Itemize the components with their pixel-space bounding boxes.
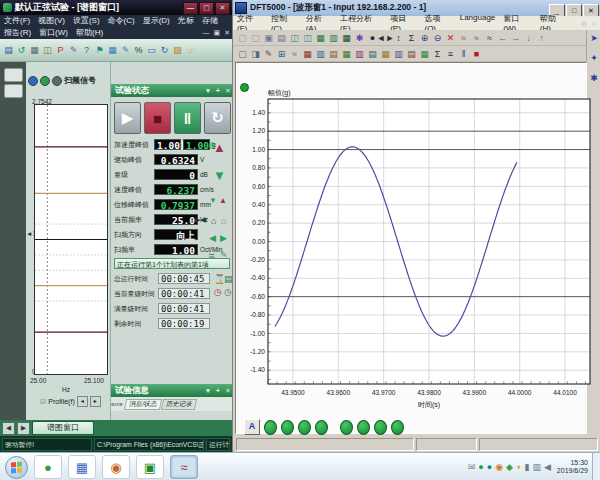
menu-file-row1-4[interactable]: 显示(D) xyxy=(139,15,174,27)
layout-grid-icon[interactable]: ⊞ xyxy=(275,47,288,61)
sum-icon[interactable]: Σ xyxy=(405,31,418,45)
lock-frequency-icon[interactable]: ⌂ xyxy=(221,216,226,226)
menu-file-row1-5[interactable]: 光标 xyxy=(174,15,198,27)
loop-button[interactable]: ↻ xyxy=(204,102,231,134)
mdi-minimize-button[interactable]: — xyxy=(201,29,212,36)
window-dot-blue-icon[interactable] xyxy=(28,76,38,86)
half-view-icon[interactable]: ◨ xyxy=(249,47,262,61)
tab-history[interactable]: 历史记录 xyxy=(161,399,197,410)
start-button[interactable]: ▶ xyxy=(114,102,141,134)
grid-2-icon[interactable]: ▦ xyxy=(418,47,431,61)
menu-file-row2-0[interactable]: 报告(R) xyxy=(0,27,35,39)
chart-3-icon[interactable]: ▦ xyxy=(379,47,392,61)
taskbar-clock[interactable]: 15:30 2019/6/29 xyxy=(557,459,588,475)
pan-hand-icon[interactable]: ☞ xyxy=(184,43,197,58)
expand-y-icon[interactable]: ↕ xyxy=(392,31,405,45)
home-frequency-icon[interactable]: ⌂ xyxy=(211,216,216,226)
mdi-restore-button[interactable]: ▣ xyxy=(579,20,590,27)
percent-icon[interactable]: % xyxy=(132,43,145,58)
mdi-close-button[interactable]: ✕ xyxy=(222,29,232,36)
minimize-button[interactable]: — xyxy=(183,2,198,15)
clock-red-icon[interactable]: ◷ xyxy=(214,287,222,297)
quad-view-icon[interactable]: ▦ xyxy=(340,31,353,45)
pause-acquisition-icon[interactable]: ‖ xyxy=(457,47,470,61)
signal-wave-icon[interactable]: ≈ xyxy=(288,47,301,61)
marker-tool-icon[interactable]: ✱ xyxy=(590,73,598,83)
delete-icon[interactable]: ✕ xyxy=(444,31,457,45)
chevron-down-icon[interactable]: ▼ xyxy=(203,84,213,97)
taskbar-app-orb[interactable]: ◉ xyxy=(102,455,130,479)
open-file-icon[interactable]: ▢ xyxy=(249,31,262,45)
annotate-icon[interactable]: ✎ xyxy=(119,43,132,58)
level-up-arrow-icon[interactable]: ▲ xyxy=(213,140,226,155)
list-icon[interactable]: ≡ xyxy=(444,47,457,61)
menu-file-row1-0[interactable]: 文件(F) xyxy=(0,15,34,27)
tab-scroll-left-button[interactable]: ◀ xyxy=(2,422,15,435)
waveform-3-icon[interactable]: ≈ xyxy=(483,31,496,45)
zoom-in-icon[interactable]: ⊕ xyxy=(418,31,431,45)
sweep-signal-chart[interactable] xyxy=(34,104,108,375)
sweep-forward-icon[interactable]: ▶ xyxy=(220,233,227,243)
menu-file-row1-2[interactable]: 设置(S) xyxy=(69,15,104,27)
stop-acquisition-icon[interactable]: ■ xyxy=(470,47,483,61)
vcs-titlebar[interactable]: 默认正弦试验 - [谱图窗口] —▢✕ xyxy=(0,0,232,15)
mdi-close-button[interactable]: ✕ xyxy=(589,20,599,27)
menu-file-row2-1[interactable]: 窗口(W) xyxy=(35,27,72,39)
sweep-hold-icon[interactable]: ▶◀ xyxy=(195,216,206,224)
chart-4-icon[interactable]: ▤ xyxy=(405,47,418,61)
table-3-icon[interactable]: ▥ xyxy=(392,47,405,61)
window-icon[interactable]: ▢ xyxy=(236,47,249,61)
bar-chart-icon[interactable]: ▦ xyxy=(340,47,353,61)
tab-spectrum-window[interactable]: 谱图窗口 xyxy=(32,421,94,435)
tray-battery-icon[interactable]: ▮ xyxy=(524,462,529,472)
pause-button[interactable]: ‖ xyxy=(174,102,201,134)
show-desktop-button[interactable] xyxy=(592,453,600,480)
clock-gray-icon[interactable]: ◷ xyxy=(224,287,232,297)
waveform-1-icon[interactable]: ≈ xyxy=(457,31,470,45)
maximize-button[interactable]: ▢ xyxy=(199,2,214,15)
forward-arrow-icon[interactable]: → xyxy=(509,31,522,45)
legend-prev-button[interactable]: ◂ xyxy=(77,396,88,407)
table-2-icon[interactable]: ▤ xyxy=(366,47,379,61)
chart-icon[interactable]: ▦ xyxy=(106,43,119,58)
docked-panel-tab-report[interactable] xyxy=(4,68,23,82)
sigma-icon[interactable]: Σ xyxy=(431,47,444,61)
snapshot-icon[interactable]: ▨ xyxy=(171,43,184,58)
sweep-back-icon[interactable]: ◀ xyxy=(209,233,216,243)
cursor-icon[interactable]: ✱ xyxy=(353,31,366,45)
print-icon[interactable]: ▦ xyxy=(28,43,41,58)
copy-icon[interactable]: ◫ xyxy=(288,31,301,45)
taskbar-app-econ[interactable]: ● xyxy=(34,455,62,479)
spectrum-grid-icon[interactable]: ▥ xyxy=(314,47,327,61)
tray-network-icon[interactable]: ▥ xyxy=(532,462,541,472)
paste-icon[interactable]: ◫ xyxy=(301,31,314,45)
up-arrow-icon[interactable]: ↑ xyxy=(535,31,548,45)
tray-teal-dot-icon[interactable]: ● xyxy=(487,462,492,472)
chevron-down-icon[interactable]: ▼ xyxy=(203,384,213,397)
menu-file-row1-3[interactable]: 命令(C) xyxy=(104,15,139,27)
tray-green-dot-icon[interactable]: ● xyxy=(478,462,483,472)
menu-file-row2-2[interactable]: 帮助(H) xyxy=(72,27,107,39)
tab-messages[interactable]: 消息/状态 xyxy=(123,399,161,410)
taskbar-app-green-tile[interactable]: ▣ xyxy=(136,455,164,479)
pin-icon[interactable]: + xyxy=(213,384,223,397)
help-icon[interactable]: ? xyxy=(80,43,93,58)
edit-pen-icon[interactable]: ✎ xyxy=(67,43,80,58)
channel-a-button[interactable]: A xyxy=(244,419,260,435)
tab-scroll-right-button[interactable]: ▶ xyxy=(17,422,30,435)
flag-icon[interactable]: ⚑ xyxy=(93,43,106,58)
level-down-arrow-icon[interactable]: ▼ xyxy=(213,168,226,183)
menu-file-row1-6[interactable]: 存储 xyxy=(198,15,222,27)
pin-icon[interactable]: + xyxy=(213,84,223,97)
analyze-tool-icon[interactable]: ✦ xyxy=(590,53,598,63)
taskbar-app-calculator[interactable]: ▦ xyxy=(68,455,96,479)
tray-shield-icon[interactable]: ◆ xyxy=(506,462,513,472)
close-button[interactable]: ✕ xyxy=(215,2,230,15)
window-dot-gray-icon[interactable] xyxy=(52,76,62,86)
new-file-icon[interactable]: ▢ xyxy=(236,31,249,45)
mdi-restore-button[interactable]: ▣ xyxy=(212,29,223,36)
tray-volume-icon[interactable]: ◀ xyxy=(544,462,551,472)
peak-cursor-icon[interactable]: ◄► xyxy=(379,31,392,45)
undo-icon[interactable]: ↺ xyxy=(15,43,28,58)
waveform-chart[interactable]: 43.950043.960043.970043.980043.990044.00… xyxy=(240,87,592,417)
